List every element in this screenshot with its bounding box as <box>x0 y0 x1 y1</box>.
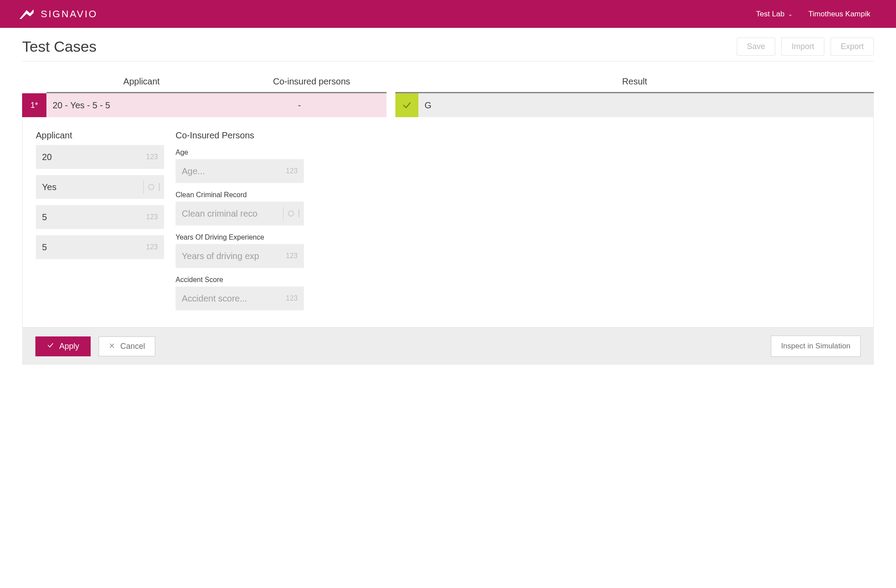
cancel-label: Cancel <box>120 342 145 351</box>
coinsured-years-input[interactable] <box>176 244 304 268</box>
status-badge-pass <box>395 93 418 117</box>
coinsured-accident-input[interactable] <box>176 286 304 310</box>
detail-panel: Applicant 123 123 123 Co-Insu <box>22 117 874 328</box>
brand-name: SIGNAVIO <box>41 8 98 20</box>
brand: SIGNAVIO <box>18 8 98 21</box>
col-result: Result <box>395 76 874 93</box>
topbar: SIGNAVIO Test Lab ⌄ Timotheus Kampik <box>0 0 896 28</box>
applicant-accident-input[interactable] <box>36 235 164 259</box>
applicant-title: Applicant <box>36 130 164 141</box>
user-name: Timotheus Kampik <box>808 10 870 19</box>
save-button[interactable]: Save <box>737 38 775 56</box>
coinsured-group: Co-Insured Persons Age 123 Clean Crimina… <box>176 130 304 317</box>
table-row[interactable]: 1* 20 - Yes - 5 - 5 - G <box>22 93 874 117</box>
row-number: 1* <box>22 93 46 117</box>
check-icon <box>47 342 54 351</box>
coinsured-title: Co-Insured Persons <box>176 130 304 141</box>
applicant-years-field[interactable]: 123 <box>36 205 164 229</box>
apply-button[interactable]: Apply <box>35 336 91 356</box>
applicant-age-input[interactable] <box>36 145 164 169</box>
coinsured-age-label: Age <box>176 149 304 157</box>
export-button[interactable]: Export <box>831 38 874 56</box>
coinsured-record-input[interactable] <box>176 202 304 225</box>
coinsured-record-field[interactable] <box>176 202 304 225</box>
close-icon <box>109 342 115 351</box>
applicant-years-input[interactable] <box>36 205 164 229</box>
nav-label: Test Lab <box>756 10 785 19</box>
user-menu[interactable]: Timotheus Kampik <box>800 10 878 19</box>
applicant-record-field[interactable] <box>36 175 164 199</box>
col-applicant: Applicant <box>46 76 237 93</box>
applicant-group: Applicant 123 123 123 <box>36 130 164 317</box>
nav-dropdown[interactable]: Test Lab ⌄ <box>748 10 800 19</box>
coinsured-years-field[interactable]: 123 <box>176 244 304 268</box>
applicant-age-field[interactable]: 123 <box>36 145 164 169</box>
coinsured-accident-field[interactable]: 123 <box>176 286 304 310</box>
import-button[interactable]: Import <box>781 38 824 56</box>
page-header: Test Cases Save Import Export <box>22 38 874 61</box>
table-header: Applicant Co-insured persons Result <box>22 76 874 93</box>
applicant-record-input[interactable] <box>36 175 164 199</box>
row-coinsured-summary: - <box>212 100 387 111</box>
col-coinsured: Co-insured persons <box>237 76 387 93</box>
coinsured-age-input[interactable] <box>176 159 304 183</box>
cancel-button[interactable]: Cancel <box>99 336 155 356</box>
inspect-button[interactable]: Inspect in Simulation <box>771 336 861 357</box>
footer-bar: Apply Cancel Inspect in Simulation <box>22 328 874 365</box>
page-title: Test Cases <box>22 38 96 55</box>
applicant-accident-field[interactable]: 123 <box>36 235 164 259</box>
apply-label: Apply <box>59 342 79 351</box>
chevron-down-icon: ⌄ <box>788 11 793 17</box>
coinsured-age-field[interactable]: 123 <box>176 159 304 183</box>
coinsured-years-label: Years Of Driving Experience <box>176 233 304 241</box>
brand-icon <box>18 8 35 21</box>
row-result-value: G <box>418 100 432 111</box>
coinsured-accident-label: Accident Score <box>176 276 304 284</box>
row-applicant-summary: 20 - Yes - 5 - 5 <box>46 100 212 111</box>
coinsured-record-label: Clean Criminal Record <box>176 191 304 199</box>
